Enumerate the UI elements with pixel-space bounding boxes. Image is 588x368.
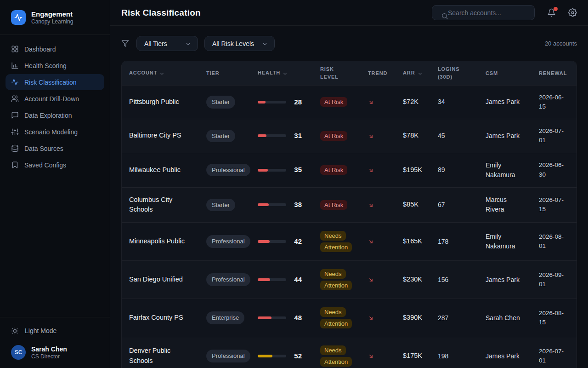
- tier-badge: Professional: [206, 273, 250, 286]
- risk-badge: Needs Attention: [320, 231, 352, 252]
- search-box: [432, 5, 535, 20]
- trend-cell: [361, 337, 396, 368]
- org-name: Canopy Learning: [31, 18, 73, 25]
- bookmark-icon: [11, 161, 19, 169]
- sidebar-item-label: Saved Configs: [24, 161, 66, 169]
- table-row[interactable]: San Diego UnifiedProfessional44Needs Att…: [122, 261, 577, 299]
- tier-badge: Professional: [206, 164, 250, 177]
- logins-value: 89: [430, 153, 478, 187]
- table-row[interactable]: Columbus City SchoolsStarter38At Risk$85…: [122, 187, 577, 223]
- logins-value: 67: [430, 187, 478, 223]
- column-header-logins-30d: Logins (30d): [430, 61, 478, 85]
- arr-value: $72K: [396, 85, 430, 119]
- arr-value: $390K: [396, 299, 430, 337]
- account-name: Fairfax County PS: [122, 299, 199, 337]
- health-bar: [258, 355, 286, 357]
- sidebar-item-health-scoring[interactable]: Health Scoring: [6, 58, 104, 74]
- risk-badge: At Risk: [320, 165, 347, 175]
- trend-cell: [361, 261, 396, 299]
- bar-chart-icon: [11, 62, 19, 69]
- topbar: Risk Classification: [110, 0, 588, 26]
- column-label: Account: [129, 70, 157, 75]
- light-mode-toggle[interactable]: Light Mode: [11, 323, 99, 339]
- notifications-button[interactable]: [547, 8, 556, 17]
- account-name: San Diego Unified: [122, 261, 199, 299]
- user-profile[interactable]: SC Sarah Chen CS Director: [11, 345, 99, 360]
- health-indicator: 35: [258, 165, 305, 175]
- trend-down-icon: [368, 277, 374, 283]
- column-label: Renewal: [539, 70, 567, 76]
- app-window: Engagement Canopy Learning DashboardHeal…: [0, 0, 588, 368]
- column-header-account[interactable]: Account: [122, 61, 199, 85]
- table-row[interactable]: Minneapolis PublicProfessional42Needs At…: [122, 223, 577, 261]
- sort-chevron-icon: [159, 71, 164, 76]
- risk-filter-dropdown[interactable]: All Risk Levels: [204, 36, 275, 51]
- column-header-renewal: Renewal: [531, 61, 577, 85]
- column-header-health[interactable]: Health: [250, 61, 313, 85]
- renewal-date: 2026-07-01: [531, 337, 577, 368]
- sidebar-item-risk-classification[interactable]: Risk Classification: [6, 74, 104, 90]
- activity-icon: [14, 13, 23, 22]
- health-bar: [258, 240, 286, 243]
- risk-badge: At Risk: [320, 97, 347, 107]
- light-mode-label: Light Mode: [25, 327, 57, 334]
- message-icon: [11, 111, 19, 119]
- health-bar: [258, 278, 286, 281]
- sun-icon: [11, 327, 19, 335]
- trend-down-icon: [368, 202, 374, 208]
- csm-name: Marcus Rivera: [478, 187, 531, 223]
- column-header-csm: CSM: [478, 61, 531, 85]
- sidebar-item-data-sources[interactable]: Data Sources: [6, 140, 104, 156]
- settings-button[interactable]: [568, 8, 577, 17]
- trend-down-icon: [368, 99, 374, 105]
- sidebar-item-label: Scenario Modeling: [24, 128, 78, 136]
- renewal-date: 2026-07-01: [531, 119, 577, 153]
- accounts-table: AccountTierHealthRisk LevelTrendARRLogin…: [122, 61, 577, 368]
- arr-value: $85K: [396, 187, 430, 223]
- table-row[interactable]: Pittsburgh PublicStarter28At Risk$72K34J…: [122, 85, 577, 119]
- trend-cell: [361, 119, 396, 153]
- column-label: Risk Level: [320, 66, 339, 80]
- account-name: Milwaukee Public: [122, 153, 199, 187]
- sidebar-item-saved-configs[interactable]: Saved Configs: [6, 157, 104, 173]
- column-header-arr[interactable]: ARR: [396, 61, 430, 85]
- table-row[interactable]: Baltimore City PSStarter31At Risk$78K45J…: [122, 119, 577, 153]
- health-bar: [258, 101, 286, 104]
- arr-value: $175K: [396, 337, 430, 368]
- trend-cell: [361, 187, 396, 223]
- search-icon: [441, 12, 448, 20]
- column-header-risk-level: Risk Level: [313, 61, 361, 85]
- filter-bar: All Tiers All Risk Levels 20 accounts: [121, 36, 577, 51]
- account-name: Pittsburgh Public: [122, 85, 199, 119]
- sidebar-item-account-drill-down[interactable]: Account Drill-Down: [6, 91, 104, 107]
- activity-icon: [11, 78, 19, 86]
- health-score: 31: [293, 131, 302, 141]
- health-indicator: 28: [258, 97, 305, 108]
- health-score: 52: [293, 351, 302, 362]
- sidebar-item-scenario-modeling[interactable]: Scenario Modeling: [6, 124, 104, 140]
- user-role: CS Director: [31, 353, 67, 360]
- table-row[interactable]: Denver Public SchoolsProfessional52Needs…: [122, 337, 577, 368]
- sidebar-item-data-exploration[interactable]: Data Exploration: [6, 107, 104, 123]
- column-label: ARR: [403, 70, 415, 75]
- arr-value: $165K: [396, 223, 430, 261]
- tier-filter-dropdown[interactable]: All Tiers: [136, 36, 198, 51]
- health-bar: [258, 316, 286, 319]
- logins-value: 45: [430, 119, 478, 153]
- sidebar-item-dashboard[interactable]: Dashboard: [6, 41, 104, 57]
- page-title: Risk Classification: [121, 8, 201, 18]
- sidebar-footer: Light Mode SC Sarah Chen CS Director: [0, 317, 110, 368]
- table-row[interactable]: Fairfax County PSEnterprise48Needs Atten…: [122, 299, 577, 337]
- sidebar-item-label: Risk Classification: [24, 79, 77, 86]
- health-score: 38: [293, 200, 302, 210]
- sidebar-item-label: Data Exploration: [24, 112, 72, 119]
- trend-cell: [361, 85, 396, 119]
- table-row[interactable]: Milwaukee PublicProfessional35At Risk$19…: [122, 153, 577, 187]
- sidebar: Engagement Canopy Learning DashboardHeal…: [0, 0, 110, 368]
- logins-value: 287: [430, 299, 478, 337]
- csm-name: James Park: [478, 85, 531, 119]
- tier-badge: Starter: [206, 96, 235, 109]
- avatar: SC: [11, 345, 26, 360]
- column-header-tier: Tier: [199, 61, 250, 85]
- health-score: 42: [293, 236, 302, 247]
